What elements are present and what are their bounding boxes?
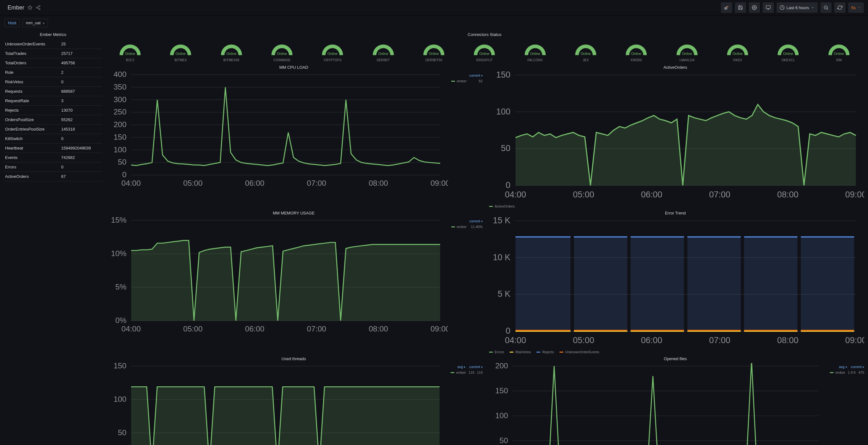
metric-key: OrdersPoolSize <box>4 115 60 125</box>
svg-text:04:00: 04:00 <box>122 324 141 333</box>
svg-text:Online: Online <box>783 52 793 56</box>
add-panel-button[interactable] <box>721 2 732 12</box>
time-range-text: Last 6 hours <box>786 5 809 10</box>
chart-plot[interactable]: 050100150 04:0005:0006:0007:0008:0009:00 <box>487 72 865 203</box>
chart-legend[interactable]: current ▾ember11.40% <box>451 217 483 229</box>
table-row: Requests689587 <box>4 87 102 96</box>
table-row: Errors0 <box>4 163 102 172</box>
variable-bar: Host mm_uat ▾ <box>0 15 868 30</box>
chart-plot[interactable]: 0%5%10%15% 04:0005:0006:0007:0008:0009:0… <box>105 217 448 336</box>
chart-panel-mem[interactable]: MM MEMORY USAGE 0%5%10%15% 04:0005:0006:… <box>105 209 483 354</box>
host-variable-label[interactable]: Host <box>4 19 20 27</box>
metric-value: 1594992049039 <box>60 143 102 153</box>
table-row: Heartbeat1594992049039 <box>4 143 102 153</box>
connector-name: KWS50 <box>612 58 660 62</box>
connector-name: OKEX <box>714 58 762 62</box>
connector-name: JEX <box>562 58 610 62</box>
svg-text:08:00: 08:00 <box>369 324 388 333</box>
connector-gauge[interactable]: Online COINBASE <box>258 42 306 62</box>
chart-panel-errtrend[interactable]: Error Trend 05 K10 K15 K 04:0005:0006:00… <box>487 209 865 354</box>
connector-name: COINBASE <box>258 58 306 62</box>
connector-gauge[interactable]: Online SIM <box>815 42 863 62</box>
connector-gauge[interactable]: Online DERIBIT50 <box>410 42 458 62</box>
monitor-icon <box>766 5 771 10</box>
svg-marker-4 <box>28 5 32 9</box>
metric-value: 0 <box>60 163 102 172</box>
chart-plot[interactable]: 050100150200250300350400 04:0005:0006:00… <box>105 72 448 191</box>
chart-panel-active[interactable]: ActiveOrders 050100150 04:0005:0006:0007… <box>487 64 865 208</box>
zoom-out-icon <box>824 5 829 10</box>
svg-text:Online: Online <box>328 52 338 56</box>
metric-value: 55262 <box>60 115 102 125</box>
metric-value: 742682 <box>60 153 102 163</box>
connector-gauge[interactable]: Online B2C2 <box>106 42 154 62</box>
refresh-button[interactable] <box>835 2 845 12</box>
settings-button[interactable] <box>749 2 760 12</box>
host-variable-value[interactable]: mm_uat ▾ <box>23 19 48 27</box>
svg-text:04:00: 04:00 <box>122 179 141 187</box>
metric-value: 0 <box>60 134 102 143</box>
svg-text:07:00: 07:00 <box>709 190 730 199</box>
svg-text:250: 250 <box>114 108 127 116</box>
svg-text:100: 100 <box>495 411 508 420</box>
svg-text:08:00: 08:00 <box>777 190 798 199</box>
svg-text:08:00: 08:00 <box>369 179 388 187</box>
chart-legend[interactable]: current ▾ember62 <box>451 72 483 83</box>
chart-plot[interactable]: 05 K10 K15 K 04:0005:0006:0007:0008:0009… <box>487 217 865 348</box>
svg-rect-115 <box>687 237 740 331</box>
connector-name: ERISXFUT <box>460 58 508 62</box>
svg-text:Online: Online <box>834 52 844 56</box>
svg-rect-15 <box>766 6 770 8</box>
zoom-out-button[interactable] <box>820 2 831 12</box>
svg-text:150: 150 <box>114 133 127 141</box>
chart-panel-threads[interactable]: Used threads 050100150 04:0005:0006:0007… <box>105 355 483 445</box>
connector-gauge[interactable]: Online OKEXCL <box>764 42 812 62</box>
star-icon[interactable] <box>28 5 33 10</box>
metric-value: 25 <box>60 39 102 49</box>
connector-name: LMAXLD4 <box>663 58 711 62</box>
connector-gauge[interactable]: Online DERIBIT <box>359 42 407 62</box>
svg-text:400: 400 <box>114 72 127 78</box>
svg-text:0: 0 <box>505 180 510 190</box>
refresh-interval-picker[interactable]: 5s <box>848 2 864 12</box>
connector-gauge[interactable]: Online JEX <box>562 42 610 62</box>
svg-text:100: 100 <box>114 145 127 154</box>
connector-gauge[interactable]: Online BITMEX <box>157 42 205 62</box>
chart-title: Opened files <box>487 355 865 363</box>
chart-plot[interactable]: 050100150 04:0005:0006:0007:0008:0009:00 <box>105 363 447 445</box>
chart-panel-files[interactable]: Opened files 050100150200 04:0005:0006:0… <box>487 355 865 445</box>
dashboard-title[interactable]: Ember <box>4 4 24 11</box>
connector-gauge[interactable]: Online KWS50 <box>612 42 660 62</box>
metrics-panel-title: Ember Metrics <box>4 30 102 39</box>
svg-text:04:00: 04:00 <box>504 336 526 345</box>
connector-gauge[interactable]: Online LMAXLD4 <box>663 42 711 62</box>
connector-gauge[interactable]: Online OKEX <box>714 42 762 62</box>
svg-text:200: 200 <box>495 363 508 370</box>
connector-gauge[interactable]: Online FALCONX <box>511 42 559 62</box>
svg-text:15 K: 15 K <box>493 217 510 225</box>
svg-text:150: 150 <box>495 386 508 395</box>
svg-text:50: 50 <box>118 158 126 167</box>
connector-gauge[interactable]: Online ERISXFUT <box>460 42 508 62</box>
chart-legend[interactable]: ActiveOrders <box>487 203 865 208</box>
chart-legend[interactable]: ErrorsRiskVetosRejectsUnknownOrderEvents <box>487 348 865 354</box>
chart-legend[interactable]: avg ▾current ▾ember1.9 K475 <box>830 363 864 375</box>
chevron-down-icon: ▾ <box>42 22 44 25</box>
connector-name: FALCONX <box>511 58 559 62</box>
tv-mode-button[interactable] <box>763 2 774 12</box>
svg-text:07:00: 07:00 <box>307 324 326 333</box>
chart-legend[interactable]: avg ▾current ▾ember119119 <box>451 363 483 375</box>
chart-panel-cpu[interactable]: MM CPU LOAD 050100150200250300350400 04:… <box>105 64 483 208</box>
chart-plot[interactable]: 050100150200 04:0005:0006:0007:0008:0009… <box>487 363 827 445</box>
svg-text:Online: Online <box>378 52 389 56</box>
svg-text:Online: Online <box>733 52 743 56</box>
connector-gauge[interactable]: Online CRYPTOFS <box>309 42 356 62</box>
time-range-picker[interactable]: Last 6 hours <box>777 2 818 12</box>
svg-rect-119 <box>801 237 854 331</box>
svg-text:Online: Online <box>277 52 287 56</box>
svg-line-8 <box>38 6 39 7</box>
save-button[interactable] <box>735 2 746 12</box>
share-icon[interactable] <box>36 5 41 10</box>
svg-text:06:00: 06:00 <box>245 179 264 187</box>
connector-gauge[interactable]: Online BITMEX50 <box>208 42 255 62</box>
